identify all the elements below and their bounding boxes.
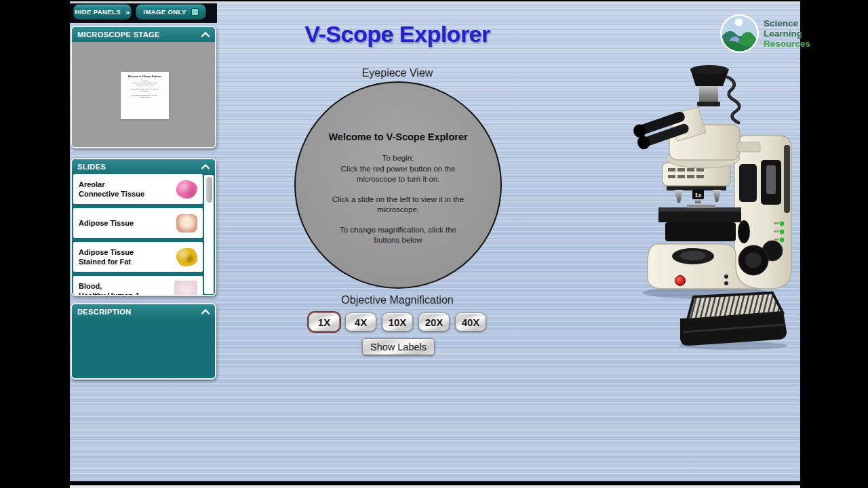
substage-assembly bbox=[665, 222, 736, 241]
welcome-paragraph: Click a slide on the left to view it in … bbox=[332, 195, 464, 216]
magnification-button-10x[interactable]: 10X bbox=[382, 312, 413, 331]
mini-para: To begin: Click the red power button on … bbox=[123, 79, 167, 86]
welcome-title: Welcome to V-Scope Explorer bbox=[328, 131, 467, 142]
slide-item-areolar-connective-tissue[interactable]: Areolar Connective Tissue bbox=[73, 174, 203, 204]
slides-panel: SLIDES Areolar Connective Tissue Adipose… bbox=[71, 158, 216, 296]
objective-magnification-heading: Objective Magnification bbox=[313, 294, 482, 306]
welcome-paragraph: To change magnification, click the butto… bbox=[340, 225, 456, 246]
description-body bbox=[72, 319, 215, 378]
vscope-app: HIDE PANELS » IMAGE ONLY MICROSCOPE STAG… bbox=[70, 0, 800, 488]
microscope-image: 1x bbox=[627, 62, 797, 302]
microscope-power-button[interactable] bbox=[675, 276, 686, 286]
chevron-up-icon[interactable] bbox=[201, 164, 210, 169]
slides-scrollbar-track[interactable] bbox=[204, 175, 214, 294]
microscope-stage-header[interactable]: MICROSCOPE STAGE bbox=[72, 27, 215, 42]
slide-list: Areolar Connective Tissue Adipose Tissue… bbox=[73, 174, 203, 296]
objective-1x-label: 1x bbox=[694, 192, 701, 199]
science-learning-resources-logo: Science Learning Resources bbox=[719, 14, 810, 54]
slide-item-label: Adipose Tissue bbox=[79, 218, 134, 228]
slide-thumbnail bbox=[176, 180, 197, 199]
magnification-button-1x[interactable]: 1X bbox=[309, 312, 340, 331]
slide-item-adipose-tissue[interactable]: Adipose Tissue bbox=[73, 208, 203, 238]
welcome-paragraph: To begin: Click the red power button on … bbox=[341, 153, 456, 185]
magnification-button-4x[interactable]: 4X bbox=[345, 312, 376, 331]
magnification-button-20x[interactable]: 20X bbox=[418, 312, 450, 331]
eyepiece-view-circle: Welcome to V-Scope Explorer To begin: Cl… bbox=[294, 81, 502, 289]
mini-welcome-title: Welcome to V-Scope Explorer bbox=[123, 75, 167, 78]
image-only-checkbox-icon[interactable] bbox=[191, 8, 199, 16]
slide-storage-box-image bbox=[673, 290, 790, 351]
description-panel: DESCRIPTION bbox=[71, 303, 216, 380]
mini-para: Click a slide on the left to view it in … bbox=[123, 87, 167, 92]
show-labels-button[interactable]: Show Labels bbox=[362, 338, 435, 355]
hide-panels-label: HIDE PANELS bbox=[75, 8, 121, 16]
camera-adapter bbox=[699, 84, 718, 104]
chevron-up-icon[interactable] bbox=[201, 32, 210, 37]
slides-scrollbar-thumb[interactable] bbox=[206, 177, 212, 203]
eyepiece-view-heading: Eyepiece View bbox=[330, 67, 465, 79]
magnification-button-40x[interactable]: 40X bbox=[455, 312, 486, 331]
image-only-label: IMAGE ONLY bbox=[143, 8, 186, 16]
slides-header[interactable]: SLIDES bbox=[72, 159, 215, 174]
slide-thumbnail bbox=[174, 281, 197, 296]
stage bbox=[658, 211, 741, 222]
slides-list-body: Areolar Connective Tissue Adipose Tissue… bbox=[72, 174, 215, 295]
mini-para: To change magnification, click the butto… bbox=[123, 94, 167, 98]
logo-mountains-icon bbox=[719, 14, 760, 54]
slide-item-adipose-stained-for-fat[interactable]: Adipose Tissue Stained for Fat bbox=[73, 242, 203, 272]
page-title: V-Scope Explorer bbox=[296, 21, 499, 47]
logo-text: Science Learning Resources bbox=[764, 18, 810, 49]
slide-item-blood-healthy-human-1[interactable]: Blood, Healthy Human-1 bbox=[73, 276, 203, 296]
slide-thumbnail bbox=[176, 248, 197, 266]
image-only-button[interactable]: IMAGE ONLY bbox=[136, 4, 206, 20]
description-title: DESCRIPTION bbox=[77, 308, 132, 316]
slides-title: SLIDES bbox=[77, 163, 106, 171]
microscope-stage-panel: MICROSCOPE STAGE Welcome to V-Scope Expl… bbox=[71, 26, 216, 148]
slide-thumbnail bbox=[176, 214, 197, 232]
slide-item-label: Adipose Tissue Stained for Fat bbox=[79, 247, 134, 267]
slide-item-label: Blood, Healthy Human-1 bbox=[79, 281, 140, 296]
microscope-stage-title: MICROSCOPE STAGE bbox=[77, 30, 160, 39]
magnification-button-row: 1X 4X 10X 20X 40X bbox=[309, 312, 486, 331]
slide-item-label: Areolar Connective Tissue bbox=[79, 180, 144, 199]
stage-preview-area: Welcome to V-Scope Explorer To begin: Cl… bbox=[72, 42, 215, 147]
description-header[interactable]: DESCRIPTION bbox=[72, 304, 215, 319]
stage-slide-preview: Welcome to V-Scope Explorer To begin: Cl… bbox=[121, 72, 169, 119]
hide-panels-button[interactable]: HIDE PANELS » bbox=[73, 4, 132, 20]
bottom-divider bbox=[70, 485, 800, 488]
chevron-up-icon[interactable] bbox=[201, 309, 210, 314]
double-arrow-right-icon: » bbox=[125, 8, 130, 16]
